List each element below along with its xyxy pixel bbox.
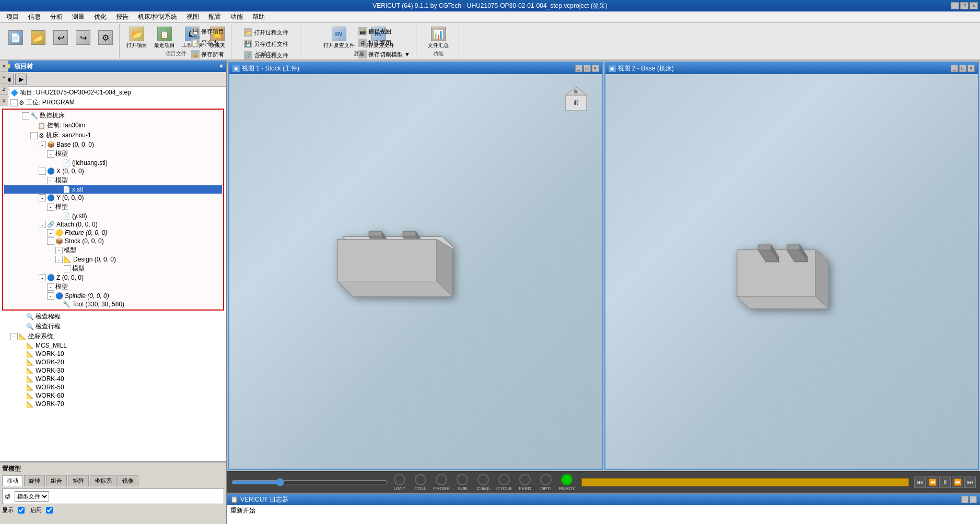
expand-model-y[interactable]: - [47, 204, 54, 211]
tree-item-program[interactable]: - ⚙ 工位: PROGRAM [1, 98, 225, 108]
tree-item-work30[interactable]: 📐 WORK-30 [1, 366, 225, 375]
tree-item-attach[interactable]: - 🔗 Attach (0, 0, 0) [4, 220, 222, 229]
expand-fixture[interactable]: - [47, 229, 54, 236]
fast-forward-btn[interactable]: ⏩ [952, 477, 963, 488]
tree-item-check-prog[interactable]: 🔍 检查程程 [1, 312, 225, 321]
enable-checkbox[interactable] [46, 507, 53, 514]
pause-btn[interactable]: ⏸ [939, 477, 951, 488]
menu-measure[interactable]: 测量 [68, 11, 89, 22]
show-checkbox[interactable] [18, 507, 25, 514]
viewport1-canvas[interactable]: 前 底 [229, 74, 602, 469]
tree-item-work10[interactable]: 📐 WORK-10 [1, 350, 225, 358]
tree-item-work50[interactable]: 📐 WORK-50 [1, 383, 225, 391]
tree-item-model-design[interactable]: - 模型 [4, 264, 222, 273]
file-summary-btn[interactable]: 📊 文件汇总 [425, 25, 451, 51]
playback-slider[interactable] [231, 478, 388, 486]
expand-program[interactable]: - [10, 99, 18, 106]
tree-item-coord[interactable]: - 📐 坐标系统 [1, 331, 225, 341]
capture-view-btn[interactable]: 📸 捕捉视图 [356, 26, 413, 37]
tree-item-x[interactable]: - 🔵 X (0, 0, 0) [4, 167, 222, 175]
toolbar-open-btn[interactable]: 📂 [28, 29, 49, 46]
expand-spindle[interactable]: - [47, 292, 54, 300]
left-nav-y[interactable]: Y [0, 72, 8, 84]
tab-move[interactable]: 移动 [2, 475, 23, 486]
tab-combine[interactable]: 组合 [46, 475, 67, 486]
open-review-btn[interactable]: RV 打开夏查文件 [321, 25, 357, 51]
tree-item-project[interactable]: - 🔷 项目: UHU21075-OP30-02-01-004_step [1, 88, 225, 98]
tab-matrix[interactable]: 矩阵 [68, 475, 89, 486]
tree-item-work20[interactable]: 📐 WORK-20 [1, 358, 225, 366]
expand-z[interactable]: - [39, 274, 46, 281]
expand-coord[interactable]: - [10, 333, 18, 340]
type-select[interactable]: 模型文件 [15, 491, 49, 502]
tree-item-model-z[interactable]: - 模型 [4, 282, 222, 292]
left-nav-x2[interactable]: X [0, 95, 8, 106]
tab-mirror[interactable]: 镜像 [118, 475, 138, 486]
tree-item-base[interactable]: - 📦 Base (0, 0, 0) [4, 140, 222, 149]
tree-forward-btn[interactable]: ▶ [15, 74, 27, 85]
log-minimize[interactable]: _ [961, 496, 969, 503]
close-button[interactable]: × [970, 2, 978, 9]
expand-attach[interactable]: - [39, 221, 46, 228]
tree-item-model-stock[interactable]: - 模型 [4, 245, 222, 255]
tab-coord[interactable]: 坐标系 [90, 475, 116, 486]
tree-item-work40[interactable]: 📐 WORK-40 [1, 375, 225, 383]
minimize-button[interactable]: _ [951, 2, 959, 9]
vp1-maximize[interactable]: □ [584, 65, 591, 72]
fast-back-btn[interactable]: ⏪ [927, 477, 938, 488]
menu-machine[interactable]: 机床/控制系统 [134, 11, 181, 22]
tree-item-tool[interactable]: 🔧 Tool (330, 38, 580) [4, 300, 222, 308]
expand-base[interactable]: - [39, 141, 46, 148]
menu-function[interactable]: 功能 [226, 11, 247, 22]
expand-x[interactable]: - [39, 168, 46, 175]
toolbar-undo-btn[interactable]: ↩ [50, 29, 71, 46]
tree-item-check-travel[interactable]: 🔍 检查行程 [1, 321, 225, 331]
recent-projects-btn[interactable]: 📋 最近项目 [151, 25, 178, 51]
nav-cube[interactable]: 前 底 [561, 85, 592, 116]
menu-help[interactable]: 帮助 [248, 11, 269, 22]
vp1-minimize[interactable]: _ [575, 65, 582, 72]
expand-design[interactable]: - [55, 256, 63, 263]
tree-item-y[interactable]: - 🔵 Y (0, 0, 0) [4, 194, 222, 202]
left-nav-z[interactable]: Z [0, 84, 8, 95]
tree-item-z[interactable]: - 🔵 Z (0, 0, 0) [4, 273, 222, 282]
viewport2-canvas[interactable] [605, 74, 978, 469]
tree-item-model1[interactable]: - 模型 [4, 149, 222, 159]
expand-machine[interactable]: - [30, 132, 38, 139]
vp2-close[interactable]: × [967, 65, 975, 72]
menu-view[interactable]: 视图 [182, 11, 203, 22]
tree-item-mcs[interactable]: 📐 MCS_MILL [1, 341, 225, 350]
toolbar-action-btn[interactable]: ⚙ [95, 29, 116, 46]
toolbar-new-btn[interactable]: 📄 [5, 29, 26, 46]
tree-item-xstl[interactable]: 📄 x.stl [4, 185, 222, 194]
vp2-minimize[interactable]: _ [951, 65, 958, 72]
tree-item-machine[interactable]: - ⚙ 机床: sanzhou-1 [4, 130, 222, 140]
save-project-btn[interactable]: 💾 保存项目 [189, 26, 227, 37]
tree-item-machine-group[interactable]: - 🔧 数控机床 [4, 111, 222, 121]
skip-forward-btn[interactable]: ⏭ [964, 477, 976, 488]
tree-item-jichuang[interactable]: 📄 (jichuang.stl) [4, 159, 222, 167]
saveas-btn[interactable]: 📝 另存为 [189, 38, 227, 48]
expand-model-design[interactable]: - [64, 265, 71, 272]
tab-rotate[interactable]: 旋转 [24, 475, 45, 486]
save-process-btn[interactable]: 💾 另存过程文件 [241, 39, 291, 49]
tree-item-model-x[interactable]: - 模型 [4, 175, 222, 185]
tree-item-work70[interactable]: 📐 WORK-70 [1, 400, 225, 408]
tree-item-model-y[interactable]: - 模型 [4, 202, 222, 212]
expand-model-z[interactable]: - [47, 283, 54, 291]
open-process-btn[interactable]: 📂 打开过程文件 [241, 27, 291, 38]
expand-y[interactable]: - [39, 194, 46, 201]
menu-project[interactable]: 项目 [2, 11, 23, 22]
skip-back-btn[interactable]: ⏮ [914, 477, 926, 488]
expand-stock[interactable]: - [47, 237, 54, 245]
menu-info[interactable]: 信息 [24, 11, 45, 22]
expand-machine-group[interactable]: - [22, 112, 29, 120]
tree-item-control[interactable]: 📋 控制: fan30im [4, 121, 222, 130]
toolbar-redo-btn[interactable]: ↪ [73, 29, 94, 46]
expand-model-stock[interactable]: - [55, 247, 63, 254]
menu-config[interactable]: 配置 [204, 11, 225, 22]
maximize-button[interactable]: □ [960, 2, 969, 9]
tree-item-stock[interactable]: - 📦 Stock (0, 0, 0) [4, 237, 222, 245]
project-tree-close[interactable]: × [219, 63, 223, 70]
left-nav-x[interactable]: X [0, 61, 8, 72]
